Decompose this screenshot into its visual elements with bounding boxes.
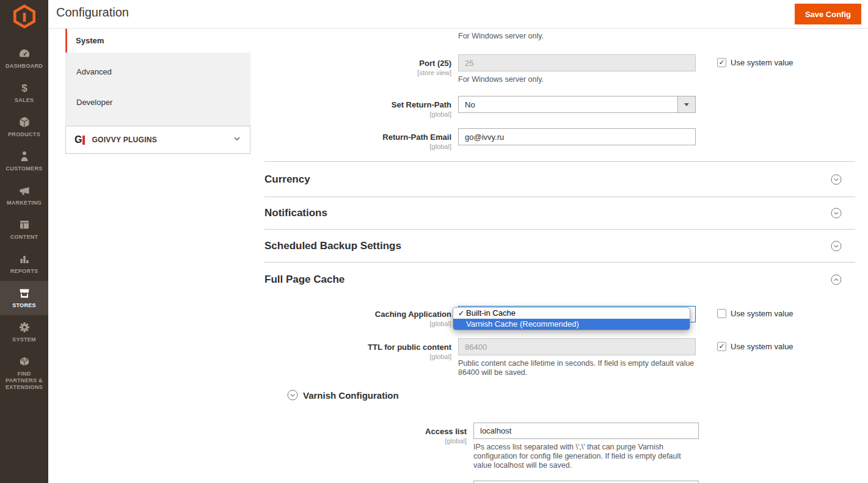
subsection-varnish-configuration[interactable]: Varnish Configuration [287, 390, 855, 401]
config-tab-system-label: System [76, 36, 104, 45]
return-path-selected-value: No [459, 100, 677, 109]
access-list-input[interactable] [473, 423, 699, 439]
reports-icon [1, 252, 47, 266]
caching-application-use-system-checkbox[interactable] [717, 309, 726, 318]
field-row-return-path-email: Return-Path Email [global] [264, 128, 855, 150]
products-icon [1, 115, 47, 129]
sidebar-item-products[interactable]: PRODUCTS [0, 110, 48, 144]
svg-text:$: $ [21, 82, 27, 94]
section-currency[interactable]: Currency [264, 162, 855, 197]
sidebar-item-marketing[interactable]: MARKETING [0, 178, 48, 212]
port-scope: [store view] [264, 69, 451, 76]
section-full-page-cache[interactable]: Full Page Cache [264, 263, 855, 286]
ttl-input [458, 338, 696, 355]
backend-host-input[interactable] [473, 481, 699, 483]
stores-icon [1, 286, 47, 300]
section-notifications[interactable]: Notifications [264, 197, 855, 229]
magento-logo[interactable] [0, 0, 48, 33]
port-note: For Windows server only. [458, 75, 696, 84]
sales-icon: $ [1, 81, 47, 95]
dropdown-option-built-in-cache[interactable]: ✓ Built-in Cache [453, 308, 690, 319]
sidebar-item-system[interactable]: SYSTEM [0, 315, 48, 349]
field-row-backend-host: Backend host [global] Specify backend ho… [264, 481, 855, 483]
chevron-down-circle-icon[interactable] [831, 241, 842, 252]
selected-check-icon: ✓ [456, 308, 466, 319]
field-row-return-path: Set Return-Path [global] No [264, 96, 855, 118]
page-title: Configuration [56, 5, 129, 20]
config-section-goivvy-plugins[interactable]: G GOIVVY PLUGINS [65, 126, 250, 154]
chevron-down-circle-icon[interactable] [831, 208, 842, 219]
access-list-label: Access list [264, 427, 467, 436]
page-header: Configuration Save Config [48, 0, 868, 29]
sidebar-item-sales[interactable]: $ SALES [0, 76, 48, 110]
caching-application-dropdown: ✓ Built-in Cache ✓ Varnish Cache (Recomm… [453, 307, 690, 330]
sidebar-item-reports[interactable]: REPORTS [0, 247, 48, 281]
system-gear-icon [1, 321, 47, 334]
config-tab-advanced[interactable]: Advanced [66, 56, 250, 87]
port-label: Port (25) [264, 59, 451, 68]
config-tab-group: Advanced Developer [65, 53, 250, 126]
access-list-note: IPs access list separated with \',\' tha… [473, 443, 699, 470]
field-row-ttl: TTL for public content [global] Public c… [264, 338, 855, 377]
config-form: For Windows server only. Port (25) [stor… [264, 29, 855, 483]
select-arrow-icon [677, 96, 695, 112]
ttl-use-system-checkbox[interactable]: ✓ [717, 342, 726, 351]
check-icon: ✓ [718, 59, 724, 67]
return-path-select[interactable]: No [458, 96, 696, 113]
sidebar-item-dashboard[interactable]: DASHBOARD [0, 42, 48, 76]
check-icon: ✓ [718, 343, 724, 350]
ttl-scope: [global] [264, 353, 451, 360]
field-row-port: Port (25) [store view] For Windows serve… [264, 54, 855, 84]
sidebar-item-stores[interactable]: STORES [0, 281, 48, 315]
save-config-button[interactable]: Save Config [795, 4, 861, 24]
port-input [458, 54, 696, 71]
admin-sidebar: DASHBOARD $ SALES PRODUCTS CUSTOMERS MAR… [0, 0, 48, 483]
config-tab-system[interactable]: System [65, 29, 250, 53]
return-path-email-label: Return-Path Email [264, 133, 451, 142]
extensions-icon [1, 355, 47, 368]
field-row-caching-application: Caching Application [global] ✓ Built-in … [264, 306, 855, 327]
dashboard-icon [1, 47, 47, 60]
dropdown-option-varnish-cache[interactable]: ✓ Varnish Cache (Recommended) [453, 319, 690, 330]
config-tab-developer[interactable]: Developer [66, 87, 250, 117]
ttl-note: Public content cache lifetime in seconds… [458, 359, 696, 377]
caching-application-scope: [global] [264, 320, 451, 327]
use-system-value-label: Use system value [731, 309, 793, 318]
return-path-email-scope: [global] [264, 143, 451, 150]
return-path-email-input[interactable] [458, 128, 696, 145]
return-path-label: Set Return-Path [264, 100, 451, 109]
goivvy-logo-bar [82, 136, 85, 145]
use-system-value-label: Use system value [731, 58, 793, 67]
chevron-down-icon [233, 134, 241, 145]
config-nav: System Advanced Developer G GOIVVY PLUGI… [65, 29, 250, 154]
section-scheduled-backup[interactable]: Scheduled Backup Settings [264, 230, 855, 262]
marketing-icon [1, 184, 47, 197]
chevron-down-circle-icon[interactable] [831, 174, 842, 185]
return-path-scope: [global] [264, 111, 451, 118]
smtp-note: For Windows server only. [458, 32, 855, 41]
caching-application-label: Caching Application [264, 310, 451, 319]
chevron-down-circle-icon[interactable] [287, 390, 298, 401]
use-system-value-label: Use system value [731, 342, 793, 351]
goivvy-logo: G [75, 134, 82, 145]
magento-logo-icon [12, 4, 37, 29]
field-row-access-list: Access list [global] IPs access list sep… [264, 423, 855, 470]
customers-icon [1, 150, 47, 163]
access-list-scope: [global] [264, 437, 467, 445]
sidebar-item-find-partners[interactable]: FIND PARTNERS & EXTENSIONS [0, 349, 48, 397]
ttl-label: TTL for public content [264, 343, 451, 352]
content-icon [1, 218, 47, 231]
sidebar-item-content[interactable]: CONTENT [0, 212, 48, 247]
chevron-up-circle-icon[interactable] [831, 274, 842, 285]
sidebar-item-customers[interactable]: CUSTOMERS [0, 144, 48, 178]
port-use-system-checkbox[interactable]: ✓ [717, 58, 726, 67]
